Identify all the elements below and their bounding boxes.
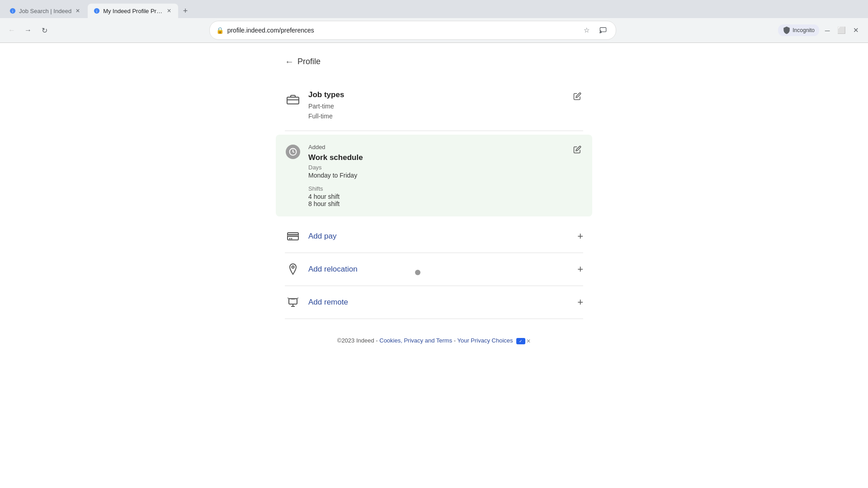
svg-point-15 — [292, 266, 294, 268]
tab2-favicon: i — [93, 7, 100, 14]
add-relocation-label: Add relocation — [308, 265, 570, 274]
incognito-badge: Incognito — [778, 24, 819, 36]
back-label: Profile — [297, 57, 321, 66]
tab1-title: Job Search | Indeed — [19, 8, 71, 14]
clock-circle — [286, 145, 300, 159]
tab2-close[interactable]: ✕ — [165, 7, 173, 14]
window-close-button[interactable]: ✕ — [850, 24, 863, 37]
toolbar-icons: Incognito ─ ⬜ ✕ — [778, 24, 863, 37]
tab1-favicon: i — [9, 7, 16, 14]
privacy-badge-close[interactable]: ✕ — [526, 338, 531, 344]
svg-text:i: i — [12, 9, 13, 14]
lock-icon: 🔒 — [216, 27, 224, 34]
footer: ©2023 Indeed - Cookies, Privacy and Term… — [285, 337, 583, 344]
address-bar-row: ← → ↻ 🔒 profile.indeed.com/preferences ☆… — [0, 18, 868, 42]
add-pay-row[interactable]: Add pay + — [285, 220, 583, 253]
pay-icon — [285, 228, 301, 244]
add-remote-plus-icon[interactable]: + — [577, 296, 583, 308]
days-label: Days — [308, 164, 564, 171]
work-schedule-edit-button[interactable] — [571, 144, 583, 158]
bookmark-icon[interactable]: ☆ — [580, 24, 593, 37]
added-badge: Added — [308, 144, 564, 150]
svg-point-14 — [291, 238, 292, 239]
remote-icon — [285, 294, 301, 310]
job-types-full-time: Full-time — [308, 111, 564, 121]
cast-icon[interactable] — [597, 24, 609, 37]
days-value: Monday to Friday — [308, 172, 564, 179]
back-button[interactable]: ← — [5, 24, 18, 37]
browser-chrome: i Job Search | Indeed ✕ i My Indeed Prof… — [0, 0, 868, 43]
add-pay-plus-icon[interactable]: + — [577, 230, 583, 242]
relocation-icon — [285, 261, 301, 277]
job-types-icon — [285, 91, 301, 108]
add-remote-row[interactable]: Add remote + — [285, 286, 583, 319]
privacy-icon: ✓ — [516, 338, 525, 344]
shifts-value-1: 4 hour shift — [308, 193, 564, 200]
minimize-button[interactable]: ─ — [821, 24, 834, 37]
job-types-section: Job types Part-time Full-time — [285, 81, 583, 131]
shifts-label: Shifts — [308, 185, 564, 192]
footer-privacy-link[interactable]: Your Privacy Choices — [457, 337, 513, 344]
work-schedule-title: Work schedule — [308, 153, 564, 162]
add-relocation-row[interactable]: Add relocation + — [285, 253, 583, 286]
shifts-value-2: 8 hour shift — [308, 200, 564, 207]
tab-bar: i Job Search | Indeed ✕ i My Indeed Prof… — [0, 0, 868, 18]
add-remote-label: Add remote — [308, 298, 570, 307]
page-content: ← Profile Job types Part-time Full-time — [276, 43, 592, 371]
tab-job-search[interactable]: i Job Search | Indeed ✕ — [4, 4, 87, 18]
new-tab-button[interactable]: + — [179, 5, 192, 17]
svg-text:i: i — [96, 9, 97, 14]
forward-button[interactable]: → — [22, 24, 34, 37]
svg-rect-16 — [289, 299, 297, 304]
privacy-badge: ✓ ✕ — [516, 338, 531, 344]
svg-point-5 — [599, 33, 600, 33]
tab1-close[interactable]: ✕ — [74, 7, 81, 14]
svg-point-13 — [289, 238, 291, 239]
job-types-edit-button[interactable] — [571, 90, 583, 104]
tab2-title: My Indeed Profile Preferences — [103, 8, 163, 14]
back-arrow-icon: ← — [285, 56, 294, 67]
add-pay-label: Add pay — [308, 232, 570, 241]
address-text: profile.indeed.com/preferences — [227, 27, 577, 34]
reload-button[interactable]: ↻ — [38, 24, 51, 37]
work-schedule-section: Added Work schedule Days Monday to Frida… — [276, 135, 592, 216]
footer-copyright: ©2023 Indeed - — [337, 337, 379, 344]
job-types-row: Job types Part-time Full-time — [285, 90, 583, 122]
work-schedule-details: Days Monday to Friday Shifts 4 hour shif… — [308, 164, 564, 207]
back-nav[interactable]: ← Profile — [285, 56, 583, 67]
work-schedule-content: Added Work schedule Days Monday to Frida… — [308, 144, 564, 207]
incognito-label: Incognito — [793, 27, 815, 33]
job-types-part-time: Part-time — [308, 101, 564, 111]
footer-cookies-link[interactable]: Cookies, Privacy and Terms — [379, 337, 452, 344]
job-types-title: Job types — [308, 90, 564, 99]
svg-rect-6 — [287, 97, 299, 104]
job-types-content: Job types Part-time Full-time — [308, 90, 564, 122]
add-relocation-plus-icon[interactable]: + — [577, 263, 583, 275]
work-schedule-row: Added Work schedule Days Monday to Frida… — [285, 144, 583, 207]
tab-profile-preferences[interactable]: i My Indeed Profile Preferences ✕ — [88, 4, 178, 18]
address-bar[interactable]: 🔒 profile.indeed.com/preferences ☆ — [209, 21, 616, 40]
work-schedule-icon — [285, 144, 301, 160]
restore-button[interactable]: ⬜ — [835, 24, 848, 37]
